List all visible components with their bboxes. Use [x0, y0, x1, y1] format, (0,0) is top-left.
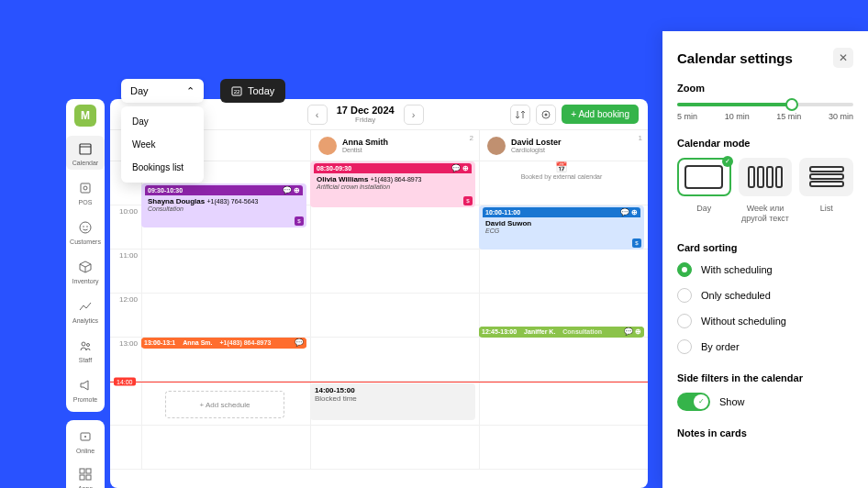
radio-icon	[677, 288, 692, 303]
side-filters-toggle[interactable]: ✓	[677, 393, 710, 411]
sidebar-label: Inventory	[72, 278, 99, 284]
svg-rect-25	[810, 174, 843, 179]
calendar-mode-label: Calendar mode	[677, 138, 853, 149]
message-icon: 💬	[295, 338, 304, 347]
sidebar-label: Analytics	[72, 317, 98, 324]
current-day: Friday	[337, 116, 395, 124]
svg-rect-21	[758, 167, 763, 187]
sort-with-scheduling[interactable]: With scheduling	[677, 262, 853, 277]
svg-rect-13	[80, 475, 84, 480]
card-sorting-label: Card sorting	[677, 242, 853, 253]
mode-list-card[interactable]	[799, 158, 853, 196]
radio-icon	[677, 339, 692, 354]
message-icon: 💬 ⊕	[451, 164, 469, 172]
svg-rect-2	[81, 183, 90, 193]
sidebar-item-staff[interactable]: Staff	[66, 333, 105, 367]
svg-rect-26	[810, 182, 843, 186]
sidebar-label: Online	[76, 448, 95, 454]
booking-card[interactable]: 13:00-13:1 Anna Sm. +1(483) 864-8973💬	[141, 338, 306, 349]
svg-point-7	[82, 342, 85, 346]
sort-without-scheduling[interactable]: Without scheduling	[677, 314, 853, 328]
check-icon: ✓	[722, 156, 733, 167]
sort-button[interactable]	[510, 105, 530, 125]
zoom-slider[interactable]	[677, 103, 853, 106]
dollar-badge: $	[295, 216, 304, 226]
svg-point-10	[84, 436, 86, 438]
booking-card[interactable]: 12:45-13:00 Janiffer K. Consultation💬 ⊕	[479, 327, 644, 338]
sidebar-item-online[interactable]: Online	[66, 424, 105, 458]
calendar-grid: 9:00 10:00 11:00 12:00 13:00 08:30-09:30…	[110, 161, 648, 488]
svg-rect-0	[80, 144, 91, 154]
dropdown-option-bookings-list[interactable]: Bookings list	[121, 156, 204, 179]
staff-column-header[interactable]: Anna SmithDentist 2	[310, 130, 479, 161]
add-booking-button[interactable]: + Add booking	[562, 105, 639, 124]
blocked-time[interactable]: 14:00-15:00 Blocked time	[310, 383, 475, 420]
apps-icon	[76, 465, 95, 483]
svg-point-6	[86, 226, 88, 227]
sidebar-item-pos[interactable]: POS	[66, 175, 105, 209]
calendar-settings-panel: Calendar settings ✕ Zoom 5 min 10 min 15…	[662, 31, 868, 488]
slider-thumb[interactable]	[785, 98, 798, 111]
mode-week-card[interactable]	[739, 158, 793, 196]
now-time-tag: 14:00	[114, 378, 136, 386]
online-icon	[76, 427, 95, 446]
user-avatar[interactable]: M	[74, 105, 96, 127]
svg-rect-11	[80, 469, 84, 473]
sort-only-scheduled[interactable]: Only scheduled	[677, 288, 853, 303]
calendar-small-icon: 22	[231, 85, 242, 96]
inventory-icon	[76, 258, 95, 276]
current-date: 17 Dec 2024	[337, 105, 395, 116]
sidebar-item-promote[interactable]: Promote	[66, 372, 105, 406]
mode-day-card[interactable]: ✓	[677, 158, 731, 196]
main-sidebar: M Calendar POS Customers Inventory Analy…	[66, 99, 105, 412]
now-indicator	[110, 382, 648, 383]
svg-point-16	[545, 113, 548, 116]
calendar-icon	[76, 139, 95, 158]
sidebar-item-apps[interactable]: Apps	[66, 461, 105, 488]
booking-card[interactable]: 10:00-11:00💬 ⊕ David SuwonECG $	[479, 205, 644, 250]
booking-card[interactable]: 09:30-10:30💬 ⊕ Shayna Douglas +1(483) 76…	[141, 183, 306, 227]
settings-title: Calendar settings	[677, 50, 793, 66]
radio-icon	[677, 314, 692, 328]
svg-point-3	[83, 186, 87, 190]
close-button[interactable]: ✕	[833, 48, 853, 68]
external-calendar-booking[interactable]: 📅 Booked by external calendar	[479, 161, 644, 198]
sidebar-label: Customers	[70, 238, 101, 245]
svg-point-5	[83, 226, 84, 227]
message-icon: 💬 ⊕	[620, 208, 638, 216]
dollar-badge: $	[632, 238, 641, 248]
svg-text:22: 22	[234, 89, 240, 94]
sort-by-order[interactable]: By order	[677, 339, 853, 354]
message-icon: 💬 ⊕	[624, 327, 641, 336]
settings-button[interactable]	[536, 105, 556, 125]
sidebar-item-calendar[interactable]: Calendar	[66, 136, 105, 170]
hour-label: 11:00	[110, 250, 141, 293]
sidebar-item-inventory[interactable]: Inventory	[66, 254, 105, 288]
sidebar-item-customers[interactable]: Customers	[66, 215, 105, 249]
svg-rect-12	[86, 469, 91, 473]
today-button[interactable]: 22 Today	[220, 79, 285, 103]
svg-point-4	[80, 222, 91, 233]
avatar	[487, 137, 506, 155]
dropdown-option-week[interactable]: Week	[121, 133, 204, 156]
svg-rect-22	[767, 167, 773, 187]
next-day-button[interactable]: ›	[404, 105, 424, 125]
avatar	[318, 137, 337, 155]
view-dropdown-button[interactable]: Day ⌃	[121, 79, 204, 103]
add-schedule-button[interactable]: + Add schedule	[165, 391, 284, 418]
booking-card[interactable]: 08:30-09:30💬 ⊕ Olivia Williams +1(483) 8…	[310, 161, 475, 207]
dollar-badge: $	[463, 196, 473, 205]
hour-label: 10:00	[110, 205, 141, 249]
sidebar-label: POS	[79, 199, 93, 205]
svg-rect-19	[685, 166, 722, 188]
prev-day-button[interactable]: ‹	[307, 105, 328, 125]
staff-column-header[interactable]: David LosterCardiologist 1	[479, 130, 648, 161]
analytics-icon	[76, 297, 95, 316]
sidebar-item-analytics[interactable]: Analytics	[66, 294, 105, 327]
staff-icon	[76, 337, 95, 355]
dropdown-option-day[interactable]: Day	[121, 110, 204, 133]
chevron-up-icon: ⌃	[186, 85, 195, 97]
svg-rect-23	[776, 167, 782, 187]
sidebar-bottom: Online Apps	[66, 420, 105, 488]
message-icon: 💬 ⊕	[283, 186, 300, 194]
